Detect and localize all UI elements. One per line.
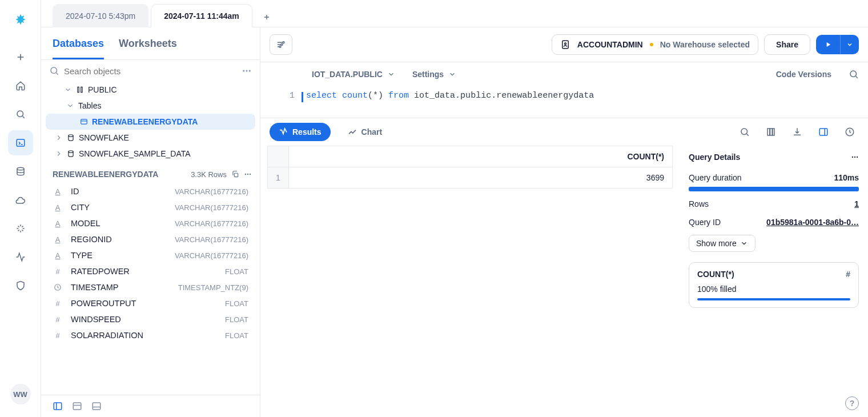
filter-button[interactable]	[270, 34, 292, 55]
avatar[interactable]: WW	[10, 384, 31, 404]
context-breadcrumb[interactable]: IOT_DATA.PUBLIC	[312, 70, 395, 79]
tree-db[interactable]: SNOWFLAKE	[41, 130, 260, 146]
svg-rect-12	[234, 173, 238, 177]
role-label: ACCOUNTADMIN	[577, 40, 643, 49]
queryid-value[interactable]: 01b5981a-0001-8a6b-0…	[766, 218, 859, 227]
column-row[interactable]: ATYPEVARCHAR(16777216)	[41, 247, 260, 263]
schema-icon	[76, 86, 84, 94]
svg-point-33	[854, 157, 855, 158]
search-icon[interactable]	[849, 69, 859, 79]
column-name: WINDSPEED	[71, 315, 217, 324]
add-button[interactable]	[8, 45, 33, 70]
svg-rect-17	[54, 403, 62, 410]
svg-point-14	[247, 174, 248, 175]
sql-code[interactable]: iot_data.public.renewableenergydata	[414, 91, 594, 101]
data-icon[interactable]	[8, 159, 33, 184]
history-icon[interactable]	[841, 123, 859, 141]
svg-point-3	[51, 67, 57, 74]
sql-code[interactable]: from	[388, 91, 409, 101]
cell-value[interactable]: 3699	[288, 167, 672, 189]
sparkle-icon[interactable]	[8, 216, 33, 241]
download-icon[interactable]	[788, 123, 806, 141]
tab-results[interactable]: Results	[270, 123, 331, 141]
svg-rect-1	[17, 139, 25, 146]
datatype-icon: A	[53, 219, 63, 228]
tree-schema[interactable]: PUBLIC	[41, 82, 260, 98]
column-row[interactable]: #SOLARRADIATIONFLOAT	[41, 327, 260, 343]
copy-icon[interactable]	[231, 170, 239, 178]
panel-icon[interactable]	[814, 123, 833, 141]
tree-db[interactable]: SNOWFLAKE_SAMPLE_DATA	[41, 146, 260, 162]
home-icon[interactable]	[8, 73, 33, 98]
table-icon	[80, 118, 88, 126]
code-versions-button[interactable]: Code Versions	[776, 70, 831, 79]
svg-point-24	[564, 43, 566, 45]
panel-layout-icon[interactable]	[53, 401, 63, 411]
datatype-icon: #	[53, 299, 63, 308]
more-icon[interactable]	[244, 170, 252, 178]
tab-chart[interactable]: Chart	[339, 123, 392, 141]
column-name: MODEL	[71, 219, 167, 228]
column-name: CITY	[71, 203, 167, 212]
row-number: 1	[268, 167, 289, 189]
show-more-button[interactable]: Show more	[689, 235, 756, 252]
settings-dropdown[interactable]: Settings	[412, 70, 456, 79]
svg-point-22	[279, 46, 281, 47]
panel-layout-icon[interactable]	[72, 401, 82, 411]
run-button[interactable]	[816, 35, 840, 54]
help-button[interactable]: ?	[845, 396, 859, 410]
sql-code[interactable]: count	[342, 91, 368, 101]
activity-icon[interactable]	[8, 244, 33, 270]
column-row[interactable]: AREGIONIDVARCHAR(16777216)	[41, 231, 260, 247]
column-name: RATEDPOWER	[71, 267, 217, 276]
column-type: FLOAT	[225, 331, 248, 340]
column-row[interactable]: AMODELVARCHAR(16777216)	[41, 215, 260, 231]
column-row[interactable]: #POWEROUTPUTFLOAT	[41, 295, 260, 311]
worksheets-icon[interactable]	[8, 130, 33, 155]
sql-code[interactable]: (*)	[368, 91, 383, 101]
tree-tables[interactable]: Tables	[41, 98, 260, 114]
search-icon[interactable]	[736, 123, 754, 141]
svg-point-21	[281, 44, 283, 46]
tree-table-selected[interactable]: RENEWABLEENERGYDATA	[46, 114, 255, 130]
worksheet-tab[interactable]: 2024-07-10 5:43pm	[53, 4, 148, 27]
rows-value[interactable]: 1	[854, 199, 859, 209]
column-row[interactable]: #WINDSPEEDFLOAT	[41, 311, 260, 327]
search-icon[interactable]	[8, 102, 33, 127]
tab-databases[interactable]: Databases	[53, 27, 104, 59]
search-input[interactable]	[64, 66, 237, 76]
database-icon	[67, 134, 75, 142]
worksheet-tab[interactable]: 2024-07-11 11:44am	[151, 4, 252, 27]
datatype-icon: #	[53, 315, 63, 324]
shield-icon[interactable]	[8, 273, 33, 298]
sql-code[interactable]: select	[306, 91, 337, 101]
panel-layout-icon[interactable]	[91, 401, 102, 411]
more-icon[interactable]	[851, 153, 859, 161]
column-row[interactable]: AIDVARCHAR(16777216)	[41, 183, 260, 199]
chevron-down-icon	[387, 70, 395, 78]
columns-icon[interactable]	[762, 123, 780, 141]
svg-point-10	[69, 135, 73, 137]
context-selector[interactable]: ACCOUNTADMIN No Warehouse selected	[552, 34, 758, 55]
stat-name: COUNT(*)	[697, 270, 734, 279]
tab-worksheets[interactable]: Worksheets	[119, 27, 177, 59]
cloud-icon[interactable]	[8, 187, 33, 212]
datatype-icon: A	[53, 187, 63, 196]
run-dropdown[interactable]	[840, 35, 859, 54]
share-button[interactable]: Share	[764, 34, 810, 55]
datatype-icon: A	[53, 235, 63, 244]
col-header[interactable]: COUNT(*)	[288, 146, 672, 167]
new-tab-button[interactable]	[255, 7, 279, 27]
more-icon[interactable]	[242, 66, 252, 76]
queryid-label: Query ID	[689, 218, 721, 227]
table-header-name: RENEWABLEENERGYDATA	[53, 170, 158, 179]
column-type: VARCHAR(16777216)	[175, 187, 248, 196]
stat-fill: 100% filled	[697, 284, 850, 294]
schema-label: PUBLIC	[88, 85, 117, 94]
column-row[interactable]: TIMESTAMPTIMESTAMP_NTZ(9)	[41, 279, 260, 295]
column-row[interactable]: ACITYVARCHAR(16777216)	[41, 199, 260, 215]
column-row[interactable]: #RATEDPOWERFLOAT	[41, 263, 260, 279]
duration-label: Query duration	[689, 173, 742, 182]
datatype-icon: #	[53, 267, 63, 276]
database-icon	[67, 150, 75, 158]
